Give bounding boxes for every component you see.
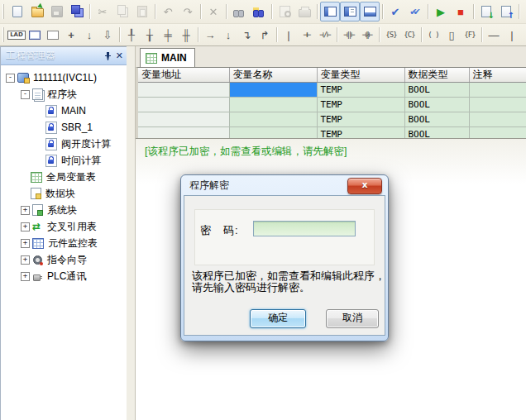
expand-toggle-icon[interactable]: + — [21, 239, 30, 248]
contact-closed-button[interactable]: ⊣/⊢ — [316, 26, 334, 44]
cell-comment[interactable] — [469, 127, 526, 140]
cell-name[interactable] — [229, 83, 317, 98]
find-button[interactable] — [229, 2, 249, 21]
tree-item-program-blocks[interactable]: -程序块 — [1, 86, 127, 103]
download-program-button[interactable] — [476, 2, 496, 21]
cell-name[interactable] — [229, 98, 317, 112]
vertical-link-button[interactable]: | — [503, 26, 521, 44]
close-panel-icon[interactable]: ✕ — [116, 51, 123, 60]
output-coil-button[interactable]: ( ) — [424, 26, 442, 44]
cell-dtype[interactable]: BOOL — [404, 127, 469, 140]
line-down-right-button[interactable]: ↴ — [237, 26, 256, 44]
block-comment-button[interactable] — [26, 26, 44, 44]
toggle-output-panel-button[interactable] — [360, 2, 380, 21]
tree-item-cross-reference-table[interactable]: +交叉引用表 — [1, 218, 127, 235]
panel-splitter[interactable] — [127, 46, 136, 420]
branch-up-icon: ╀ — [128, 30, 135, 41]
tree-item-instruction-wizard[interactable]: +指令向导 — [1, 251, 127, 268]
lad-view-button[interactable]: LAD — [7, 26, 26, 44]
clear-coil-button[interactable]: {C} — [400, 26, 418, 44]
expand-toggle-icon[interactable]: + — [21, 255, 30, 265]
toggle-info-panel-button[interactable] — [340, 2, 360, 21]
function-block-button[interactable]: ▯ — [442, 26, 461, 44]
tree-item-program-sbr1[interactable]: SBR_1 — [1, 119, 127, 136]
stop-button[interactable]: ■ — [451, 2, 471, 21]
set-coil-button[interactable]: {S} — [382, 26, 400, 44]
cell-name[interactable] — [229, 127, 317, 140]
delete-link-button[interactable]: ∤ — [521, 26, 526, 44]
vertical-line-button[interactable]: | — [280, 26, 298, 44]
contact-falling-button[interactable]: ⊣∦⊢ — [358, 26, 376, 44]
clear-coil-icon: {C} — [404, 31, 414, 39]
compile-button[interactable]: ✔ — [385, 2, 405, 21]
cell-dtype[interactable]: BOOL — [404, 112, 469, 127]
expand-toggle-icon[interactable]: + — [21, 206, 30, 215]
output-coil-icon: ( ) — [428, 31, 438, 39]
branch-up-button[interactable]: ╀ — [122, 26, 141, 44]
cell-dtype[interactable]: BOOL — [404, 98, 469, 112]
column-header-name[interactable]: 变量名称 — [229, 68, 317, 83]
cell-addr[interactable] — [138, 98, 229, 112]
compile-all-button[interactable]: ✔✔ — [405, 2, 425, 21]
column-header-vtype[interactable]: 变量类型 — [317, 68, 404, 83]
cell-vtype[interactable]: TEMP — [317, 127, 404, 140]
cell-addr[interactable] — [138, 112, 229, 127]
tree-item-program-main[interactable]: MAIN — [1, 103, 127, 119]
tree-indent — [36, 141, 45, 148]
password-input[interactable] — [253, 221, 356, 236]
cell-dtype[interactable]: BOOL — [404, 83, 469, 98]
tree-item-plc-communication[interactable]: +PLC通讯 — [1, 268, 127, 284]
merge-branch-down-button[interactable]: ╫ — [177, 26, 195, 44]
tab-main[interactable]: MAIN — [140, 48, 195, 67]
run-button[interactable]: ▶ — [431, 2, 451, 21]
cell-comment[interactable] — [469, 83, 526, 98]
tree-item-program-valve-calc[interactable]: 阀开度计算 — [1, 136, 127, 152]
tree-item-project-root[interactable]: -111111(IVC1L) — [1, 69, 127, 86]
ok-button[interactable]: 确定 — [250, 309, 306, 328]
cell-vtype[interactable]: TEMP — [317, 83, 404, 98]
delete-button: ✕ — [203, 2, 223, 21]
column-header-comment[interactable]: 注释 — [469, 68, 526, 83]
insert-row-button[interactable]: ↓ — [80, 26, 98, 44]
contact-open-button[interactable]: ⊣⊢ — [298, 26, 316, 44]
new-file-button[interactable] — [7, 2, 27, 21]
horizontal-link-button[interactable]: — — [485, 26, 503, 44]
cell-addr[interactable] — [138, 83, 229, 98]
contact-rising-button[interactable]: ⊣‖⊢ — [340, 26, 358, 44]
monitor-mode-button[interactable] — [522, 2, 526, 21]
save-all-button[interactable] — [67, 2, 87, 21]
cell-vtype[interactable]: TEMP — [317, 112, 404, 127]
tree-item-program-time-calc[interactable]: 时间计算 — [1, 152, 127, 169]
tree-item-system-block[interactable]: +系统块 — [1, 202, 127, 218]
cancel-button[interactable]: 取消 — [326, 309, 379, 328]
cell-comment[interactable] — [469, 98, 526, 112]
open-project-button[interactable] — [27, 2, 47, 21]
cell-vtype[interactable]: TEMP — [317, 98, 404, 112]
tree-item-element-monitor-table[interactable]: +元件监控表 — [1, 235, 127, 251]
column-header-dtype[interactable]: 数据类型 — [404, 68, 469, 83]
expand-toggle-icon[interactable]: + — [21, 222, 30, 231]
find-replace-button[interactable] — [249, 2, 269, 21]
tree-item-global-variable-table[interactable]: 全局变量表 — [1, 169, 127, 185]
branch-down-button[interactable]: ╁ — [141, 26, 159, 44]
upload-program-button[interactable] — [496, 2, 516, 21]
delete-row-button[interactable]: ⇩ — [98, 26, 117, 44]
column-header-addr[interactable]: 变量地址 — [138, 68, 229, 83]
cell-addr[interactable] — [138, 127, 229, 140]
line-down-button[interactable]: ↓ — [219, 26, 237, 44]
expand-toggle-icon[interactable]: - — [6, 74, 15, 83]
network-comment-button[interactable] — [44, 26, 62, 44]
expand-toggle-icon[interactable]: - — [21, 90, 30, 99]
function-button[interactable]: {F} — [461, 26, 479, 44]
dialog-close-button[interactable]: x — [347, 178, 382, 194]
tree-item-data-block[interactable]: 数据块 — [1, 185, 127, 202]
insert-network-button[interactable]: + — [62, 26, 80, 44]
toggle-project-panel-button[interactable] — [320, 2, 340, 21]
cell-comment[interactable] — [469, 112, 526, 127]
merge-branch-up-button[interactable]: ╪ — [159, 26, 177, 44]
pin-icon[interactable] — [104, 49, 112, 64]
expand-toggle-icon[interactable]: + — [21, 272, 30, 281]
line-up-right-button[interactable]: ↱ — [256, 26, 274, 44]
cell-name[interactable] — [229, 112, 317, 127]
line-right-button[interactable]: → — [201, 26, 219, 44]
